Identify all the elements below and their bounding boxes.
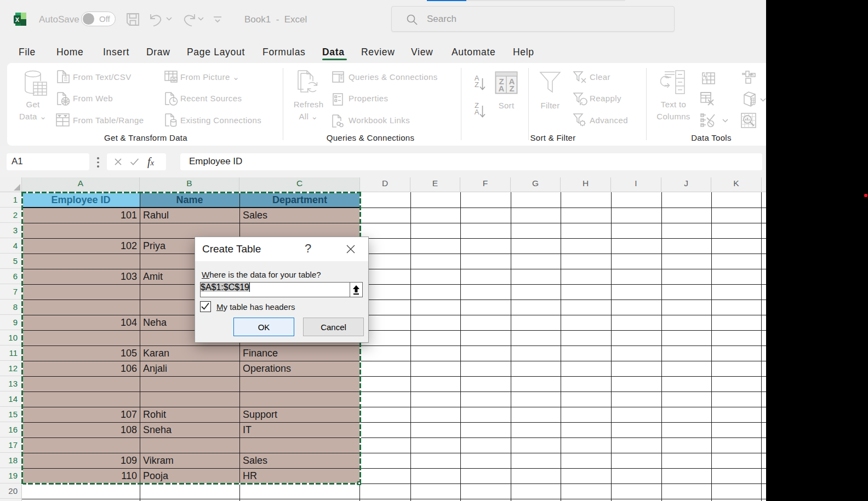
svg-text:Z: Z [509, 84, 514, 93]
svg-text:A: A [499, 84, 505, 93]
svg-text:X: X [15, 16, 20, 23]
